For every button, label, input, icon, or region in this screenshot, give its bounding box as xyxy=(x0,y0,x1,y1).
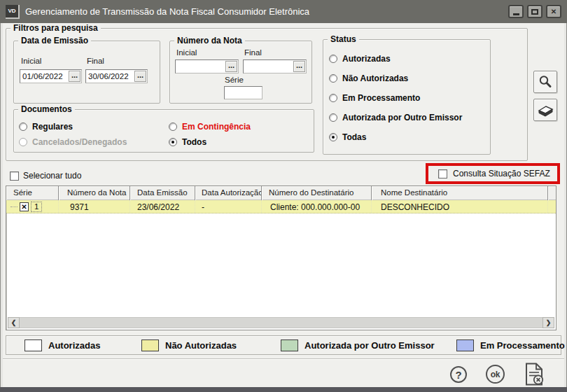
radio-icon[interactable] xyxy=(329,55,337,63)
app-window: VD Gerenciamento de Transmissão da Nota … xyxy=(0,0,567,392)
radio-label: Cancelados/Denegados xyxy=(32,137,127,147)
emission-final-picker-button[interactable]: ... xyxy=(134,71,146,82)
close-icon: ✕ xyxy=(551,8,556,15)
window-title: Gerenciamento de Transmissão da Nota Fis… xyxy=(25,6,309,17)
nota-number-group-label: Número da Nota xyxy=(174,36,245,46)
legend-swatch xyxy=(281,340,298,351)
legend-item-em-processamento: Em Processamento xyxy=(456,339,565,351)
column-header-data-autoriza-o[interactable]: Data Autorização xyxy=(195,186,262,200)
grid-body: ✕1937123/06/2022-Cliente: 000.000.000-00… xyxy=(6,200,556,214)
radio-icon[interactable] xyxy=(329,113,337,122)
search-icon xyxy=(538,74,553,90)
column-header-n-mero-da-nota[interactable]: Número da Nota xyxy=(59,186,130,200)
radio-label: Regulares xyxy=(32,122,73,132)
select-all-checkbox[interactable] xyxy=(10,172,19,181)
table-cell: 23/06/2022 xyxy=(130,200,195,213)
search-button[interactable] xyxy=(533,71,557,93)
legend-label: Em Processamento xyxy=(480,340,565,351)
maximize-button[interactable] xyxy=(527,5,542,18)
emission-final-field[interactable]: ... xyxy=(85,69,148,83)
serie-input[interactable] xyxy=(225,88,262,98)
radio-option-todas[interactable]: Todas xyxy=(329,132,462,142)
ok-icon: ok xyxy=(491,370,500,379)
status-group: Status AutorizadasNão AutorizadasEm Proc… xyxy=(323,39,491,155)
radio-icon[interactable] xyxy=(19,138,27,146)
scrollbar-track[interactable] xyxy=(20,317,542,328)
column-header-s-rie[interactable]: Série xyxy=(6,186,59,200)
status-group-label: Status xyxy=(328,34,359,44)
radio-icon[interactable] xyxy=(329,133,337,141)
minimize-button[interactable] xyxy=(508,5,524,18)
radio-icon[interactable] xyxy=(329,94,337,102)
radio-label: Autorizada por Outro Emissor xyxy=(342,113,462,122)
radio-label: Todos xyxy=(182,137,206,147)
app-icon: VD xyxy=(6,5,20,19)
grid-header: SérieNúmero da NotaData EmissãoData Auto… xyxy=(6,186,556,200)
cancel-document-button[interactable] xyxy=(524,363,544,386)
radio-option-cancelados-denegados[interactable]: Cancelados/Denegados xyxy=(19,137,169,147)
ok-button[interactable]: ok xyxy=(486,365,505,384)
legend-label: Não Autorizadas xyxy=(165,340,237,351)
emission-initial-picker-button[interactable]: ... xyxy=(69,71,80,82)
nota-initial-field[interactable]: ... xyxy=(175,59,239,74)
scroll-right-button[interactable]: ❯ xyxy=(542,317,554,328)
window-bottom-edge xyxy=(0,387,567,392)
nota-final-label: Final xyxy=(244,48,262,57)
column-header-n-mero-do-destinat-rio[interactable]: Número do Destinatário xyxy=(262,186,372,200)
nota-final-input[interactable] xyxy=(244,62,293,71)
nota-final-picker-button[interactable]: ... xyxy=(293,61,305,72)
filters-group-label: Filtros para pesquisa xyxy=(10,23,101,33)
nota-initial-label: Inicial xyxy=(176,48,197,57)
serie-field[interactable] xyxy=(224,86,262,99)
emission-date-group-label: Data de Emissão xyxy=(18,36,91,46)
notas-grid: SérieNúmero da NotaData EmissãoData Auto… xyxy=(6,186,556,330)
sefaz-checkbox[interactable] xyxy=(438,169,447,178)
row-checkbox[interactable]: ✕ xyxy=(20,202,29,211)
clear-button[interactable] xyxy=(533,99,557,121)
legend-bar: AutorizadasNão AutorizadasAutorizada por… xyxy=(6,335,561,355)
emission-final-input[interactable] xyxy=(86,71,134,81)
maximize-icon xyxy=(531,9,538,15)
scroll-left-button[interactable]: ❮ xyxy=(8,317,20,328)
radio-icon[interactable] xyxy=(19,122,27,131)
help-icon: ? xyxy=(455,369,461,381)
nota-initial-picker-button[interactable]: ... xyxy=(225,61,237,72)
radio-option-em-processamento[interactable]: Em Processamento xyxy=(329,93,462,103)
legend-item-autorizadas: Autorizadas xyxy=(24,339,100,351)
table-cell: - xyxy=(195,200,262,213)
radio-icon[interactable] xyxy=(169,122,177,131)
filters-group: Filtros para pesquisa Data de Emissão In… xyxy=(6,28,528,161)
documents-group-label: Documentos xyxy=(18,104,75,114)
table-cell: Cliente: 000.000.000-00 xyxy=(262,200,372,213)
radio-option-autorizadas[interactable]: Autorizadas xyxy=(329,54,462,64)
radio-option-autorizada-por-outro-emissor[interactable]: Autorizada por Outro Emissor xyxy=(329,113,462,122)
table-row[interactable]: ✕1937123/06/2022-Cliente: 000.000.000-00… xyxy=(6,200,556,214)
radio-icon[interactable] xyxy=(169,138,177,146)
nota-final-field[interactable]: ... xyxy=(243,59,307,74)
help-button[interactable]: ? xyxy=(450,366,467,383)
radio-option-n-o-autorizadas[interactable]: Não Autorizadas xyxy=(329,74,462,83)
horizontal-scrollbar[interactable]: ❮ ❯ xyxy=(8,317,554,328)
radio-option-regulares[interactable]: Regulares xyxy=(19,122,169,132)
minimize-icon xyxy=(513,13,519,15)
footer-divider xyxy=(3,358,564,360)
nota-initial-input[interactable] xyxy=(176,62,225,71)
radio-label: Autorizadas xyxy=(342,54,391,64)
document-cancel-icon xyxy=(524,363,544,386)
eraser-icon xyxy=(537,103,554,117)
radio-option-em-conting-ncia[interactable]: Em Contingência xyxy=(169,122,251,132)
radio-label: Em Contingência xyxy=(182,122,251,132)
emission-initial-field[interactable]: ... xyxy=(20,69,82,83)
emission-date-group: Data de Emissão Inicial ... Final ... xyxy=(13,41,160,104)
select-all-label: Selecionar tudo xyxy=(23,171,81,181)
legend-item-autorizada-por-outro-emissor: Autorizada por Outro Emissor xyxy=(281,339,435,351)
column-header-nome-destinat-rio[interactable]: Nome Destinatário xyxy=(372,186,548,200)
radio-option-todos[interactable]: Todos xyxy=(169,137,251,147)
emission-initial-input[interactable] xyxy=(20,71,69,81)
table-cell: DESCONHECIDO xyxy=(372,200,548,213)
column-header-data-emiss-o[interactable]: Data Emissão xyxy=(130,186,195,200)
select-all-row: Selecionar tudo xyxy=(10,171,81,181)
radio-icon[interactable] xyxy=(329,74,337,83)
table-cell: 9371 xyxy=(59,200,130,213)
close-button[interactable]: ✕ xyxy=(546,5,561,18)
